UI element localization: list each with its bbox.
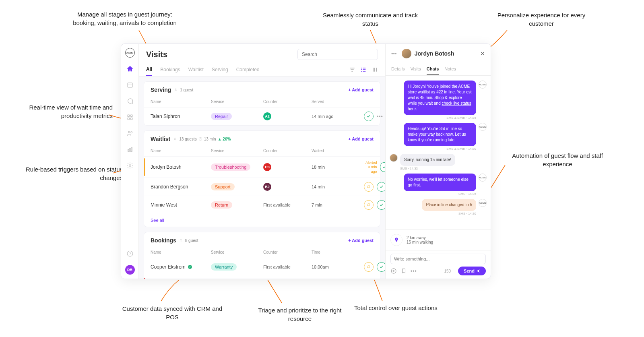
nav-grid[interactable] [125, 112, 135, 122]
service-tag: Repair [211, 113, 232, 120]
svg-rect-2 [128, 115, 130, 117]
annotation: Automation of guest flow and staff exper… [505, 151, 610, 168]
nav-analytics[interactable] [125, 145, 135, 154]
tab-serving[interactable]: Serving [212, 64, 228, 76]
counter-text: First available [263, 265, 312, 269]
bell-icon [366, 184, 371, 189]
col-name: Name [151, 250, 211, 254]
compose-input[interactable] [390, 254, 486, 264]
annotation: Seamlessly communicate and track status [318, 11, 423, 28]
guest-name: Cooper Ekstrom [151, 264, 186, 270]
nav-settings[interactable] [125, 161, 135, 170]
chat-meta: SMS & Email · 14:30 [404, 147, 476, 151]
svg-rect-8 [128, 149, 128, 151]
panel-tab-details[interactable]: Details [391, 63, 405, 75]
bell-icon [366, 265, 371, 269]
user-avatar[interactable]: DR [125, 265, 135, 275]
complete-button[interactable] [364, 112, 374, 121]
service-tag: Support [211, 183, 235, 190]
close-button[interactable]: ✕ [480, 50, 485, 57]
annotation: Triage and prioritize to the right resou… [248, 306, 352, 323]
compose-area: ••• 150 Send [386, 250, 491, 279]
brand-logo[interactable]: ACME [125, 48, 135, 58]
svg-point-23 [175, 89, 177, 90]
tab-completed[interactable]: Completed [236, 64, 260, 76]
served-time: 14 min ago [312, 114, 364, 119]
see-all-link[interactable]: See all [144, 214, 380, 227]
guest-avatar-icon [390, 154, 398, 162]
svg-point-7 [130, 132, 132, 133]
counter-badge: C3 [263, 163, 271, 171]
alert-button[interactable] [364, 182, 374, 192]
header: Visits [139, 44, 385, 63]
search-input[interactable] [297, 49, 378, 60]
check-icon [379, 184, 384, 189]
alert-button[interactable] [364, 200, 374, 210]
svg-rect-10 [131, 147, 132, 152]
svg-text:?: ? [129, 252, 131, 256]
nav-home[interactable] [125, 64, 135, 74]
panel-guest-name: Jordyn Botosh [415, 50, 454, 57]
annotation: Total control over guest actions [354, 304, 438, 312]
serve-button[interactable] [377, 262, 385, 272]
service-tag: Return [211, 201, 232, 209]
chat-bubble: Heads up! You're 3rd in line so make you… [404, 123, 476, 146]
store-avatar-icon: ACME [479, 123, 487, 131]
panel-tab-chats[interactable]: Chats [427, 63, 439, 75]
tab-bookings[interactable]: Bookings [160, 64, 180, 76]
add-guest-button[interactable]: + Add guest [348, 87, 374, 92]
bookmark-icon[interactable] [401, 268, 407, 274]
pin-icon [394, 237, 399, 243]
alert-button[interactable] [364, 262, 374, 272]
tab-waitlist[interactable]: Waitlist [188, 64, 204, 76]
list-view-icon[interactable] [360, 66, 367, 73]
svg-point-24 [175, 138, 176, 139]
panel-tab-notes[interactable]: Notes [444, 63, 456, 75]
guest-name: Minnie West [151, 202, 177, 208]
table-row[interactable]: Talan Siphron Repair A2 14 min ago ••• [144, 107, 380, 125]
add-guest-button[interactable]: + Add guest [348, 238, 374, 243]
counter-text: First available [263, 203, 312, 207]
svg-rect-3 [130, 115, 132, 117]
service-tag: Troubleshooting [211, 163, 250, 171]
nav-users[interactable] [125, 128, 135, 138]
guest-name: Talan Siphron [151, 114, 180, 119]
serving-title: Serving [151, 87, 171, 93]
serve-button[interactable] [380, 162, 385, 172]
guests-icon [173, 137, 178, 141]
panel-tab-visits[interactable]: Visits [411, 63, 421, 75]
chat-bubble: No worries, we'll let someone else go fi… [404, 174, 476, 191]
column-view-icon[interactable] [372, 66, 378, 73]
chat-thread[interactable]: Hi Jordyn! You've joined the ACME store … [386, 76, 491, 229]
panel-menu[interactable]: ••• [391, 51, 397, 57]
svg-point-16 [361, 71, 362, 72]
waitlist-wait: 13 min [204, 137, 216, 141]
compose-menu[interactable]: ••• [411, 268, 417, 274]
store-avatar-icon: ACME [479, 199, 487, 207]
table-row[interactable]: Cooper Ekstrom Warranty First available … [144, 258, 380, 276]
add-attachment-icon[interactable] [390, 268, 397, 274]
table-row[interactable]: Brandon Bergson Support B2 14 min ••• [144, 178, 380, 196]
content-scroll[interactable]: Serving 1 guest + Add guest Name Service… [139, 76, 385, 279]
col-name: Name [151, 149, 211, 153]
serve-button[interactable] [377, 182, 385, 192]
svg-rect-9 [129, 148, 130, 151]
nav-help[interactable]: ? [125, 249, 135, 258]
svg-point-14 [361, 68, 362, 68]
send-button[interactable]: Send [458, 267, 486, 275]
svg-rect-5 [130, 118, 132, 120]
chat-bubble-system: Place in line changed to 5 [422, 199, 476, 211]
add-guest-button[interactable]: + Add guest [348, 136, 374, 141]
table-row[interactable]: Abram Siphron Repair First available 10:… [144, 276, 380, 279]
tab-all[interactable]: All [146, 63, 152, 76]
row-menu[interactable]: ••• [377, 114, 383, 119]
annotation: Rule-based triggers based on status chan… [18, 165, 123, 182]
serve-button[interactable] [377, 200, 385, 210]
grid-icon [126, 114, 134, 121]
nav-chat[interactable] [125, 96, 135, 106]
table-row[interactable]: Minnie West Return First available 7 min… [144, 196, 380, 214]
section-waitlist: Waitlist 13 guests 13 min ▲ 20% + Add gu… [144, 130, 380, 227]
nav-calendar[interactable] [125, 80, 135, 90]
filter-icon[interactable] [349, 66, 355, 73]
table-row[interactable]: Jordyn Botosh Troubleshooting C3 18 min … [144, 156, 380, 178]
